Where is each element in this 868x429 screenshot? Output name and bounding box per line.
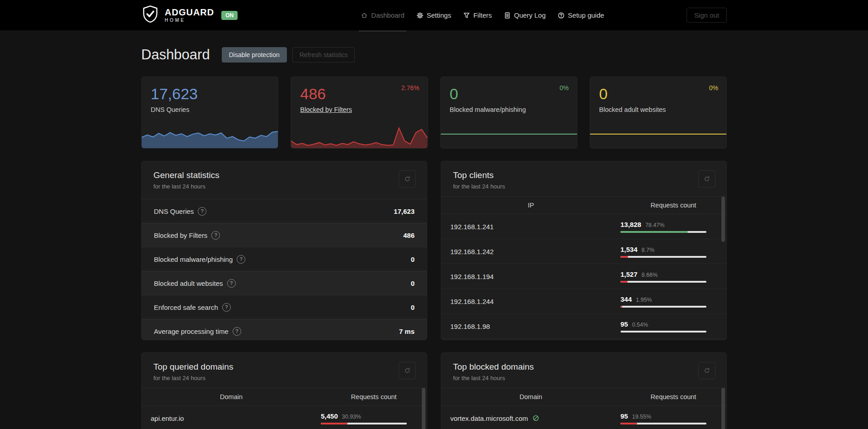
top-blocked-refresh-button[interactable] [698,362,715,379]
top-clients-card: Top clients for the last 24 hours IP Req… [441,161,727,340]
stat-row-label: Average processing time [154,328,229,335]
blocked-domain[interactable]: vortex.data.microsoft.com [441,415,620,422]
client-percent: 8.66% [642,272,658,278]
nav-item-filters[interactable]: Filters [463,11,492,19]
stats-row-dns-queries: DNS Queries 17,623 [142,199,427,223]
top-queried-table-header: Domain Requests count [142,388,427,406]
top-blocked-domains-card: Top blocked domains for the last 24 hour… [441,352,727,429]
help-tooltip-icon[interactable] [211,231,220,240]
nav-item-query-log[interactable]: Query Log [504,11,546,19]
help-tooltip-icon[interactable] [222,303,231,312]
stat-row-value: 0 [411,280,415,287]
top-clients-scrollbar[interactable] [721,197,725,242]
dns-queries-label: DNS Queries [151,106,269,113]
column-header-domain: Domain [142,393,321,400]
client-row: 192.168.1.244 344 1.95% [441,289,726,314]
column-header-domain: Domain [441,393,620,400]
client-ip[interactable]: 192.168.1.194 [441,273,620,280]
client-percent: 0.54% [632,322,648,328]
gear-icon [416,12,424,19]
disable-protection-button[interactable]: Disable protection [222,47,287,63]
nav-item-label: Dashboard [371,11,404,19]
adguard-shield-logo-icon [141,5,159,26]
top-blocked-title: Top blocked domains [453,362,715,372]
help-tooltip-icon[interactable] [237,255,245,264]
top-queried-refresh-button[interactable] [399,362,416,379]
client-percent: 1.95% [636,297,652,303]
sign-out-button[interactable]: Sign out [687,8,727,23]
general-statistics-title: General statistics [153,170,415,180]
client-ip[interactable]: 192.168.1.244 [441,298,620,305]
stats-row-blocked-filters: Blocked by Filters 486 [142,223,427,247]
stat-row-label: DNS Queries [154,207,194,215]
adguard-home-brand[interactable]: ADGUARD HOME ON [141,5,238,26]
document-icon [504,12,511,19]
domain-row: vortex.data.microsoft.com 95 19.55% [441,406,726,429]
stats-row-blocked-adult: Blocked adult websites 0 [142,271,427,295]
general-statistics-card: General statistics for the last 24 hours… [141,161,427,340]
domain-count: 95 [620,412,628,420]
stats-row-blocked-malware: Blocked malware/phishing 0 [142,247,427,271]
domain-percent: 30.93% [342,414,361,420]
stats-row-avg-processing-time: Average processing time 7 ms [142,319,427,340]
client-percent: 8.7% [642,247,655,253]
top-queried-title: Top queried domains [153,362,415,372]
blocked-filters-value: 486 [300,85,418,103]
dns-queries-value: 17,623 [151,85,269,103]
refresh-icon [404,367,411,374]
help-tooltip-icon[interactable] [233,327,241,336]
page-header: Dashboard Disable protection Refresh sta… [141,47,727,63]
blocked-filters-link[interactable]: Blocked by Filters [300,106,418,113]
top-clients-refresh-button[interactable] [698,170,715,188]
brand-text: ADGUARD HOME [165,8,214,23]
nav-item-dashboard[interactable]: Dashboard [361,11,404,19]
stat-card-blocked-adult: 0 Blocked adult websites 0% [590,77,727,149]
queried-domain[interactable]: api.entur.io [142,415,321,422]
blocked-adult-percent: 0% [709,84,718,92]
client-ip[interactable]: 192.168.1.242 [441,248,620,255]
client-count: 1,534 [620,246,638,253]
stat-card-blocked-malware: 0 Blocked malware/phishing 0% [440,77,577,149]
blocked-slash-icon [532,415,539,422]
progress-bar [620,231,706,233]
column-header-requests-count: Requests count [620,393,726,400]
client-count: 13,828 [620,221,641,228]
home-icon [361,12,368,19]
brand-name: ADGUARD [165,8,214,17]
nav-item-label: Settings [427,11,451,19]
stats-row-safe-search: Enforced safe search 0 [142,295,427,319]
progress-bar [321,423,407,424]
top-clients-table-header: IP Requests count [441,196,726,214]
top-clients-title: Top clients [453,170,715,180]
refresh-icon [703,175,711,183]
general-statistics-refresh-button[interactable] [399,170,416,188]
client-percent: 78.47% [645,222,664,228]
client-row: 192.168.1.194 1,527 8.66% [441,264,726,289]
top-queried-scrollbar[interactable] [422,388,425,429]
blocked-filters-sparkline-chart [291,125,427,148]
refresh-statistics-button[interactable]: Refresh statistics [292,47,355,63]
general-statistics-table: DNS Queries 17,623 Blocked by Filters 48… [142,199,427,340]
progress-bar [620,306,706,308]
question-circle-icon [558,12,565,19]
client-ip[interactable]: 192.168.1.98 [441,323,620,330]
help-tooltip-icon[interactable] [227,279,236,288]
blocked-malware-value: 0 [450,85,568,103]
top-blocked-subtitle: for the last 24 hours [453,375,715,381]
nav-item-setup-guide[interactable]: Setup guide [558,11,604,19]
client-ip[interactable]: 192.168.1.241 [441,223,620,231]
navbar: ADGUARD HOME ON Dashboard Settings [0,0,868,30]
blocked-malware-percent: 0% [560,84,569,92]
dns-queries-sparkline-chart [142,125,278,148]
blocked-malware-flatline-chart [441,134,577,135]
protection-status-badge: ON [221,11,238,20]
help-tooltip-icon[interactable] [198,207,206,216]
progress-bar [620,423,706,424]
top-queried-subtitle: for the last 24 hours [153,375,415,381]
top-blocked-scrollbar[interactable] [721,388,725,429]
nav-item-settings[interactable]: Settings [416,11,451,19]
nav-item-label: Setup guide [568,11,604,19]
client-count: 95 [620,320,628,328]
blocked-malware-label: Blocked malware/phishing [450,106,568,113]
domain-percent: 19.55% [632,414,651,420]
